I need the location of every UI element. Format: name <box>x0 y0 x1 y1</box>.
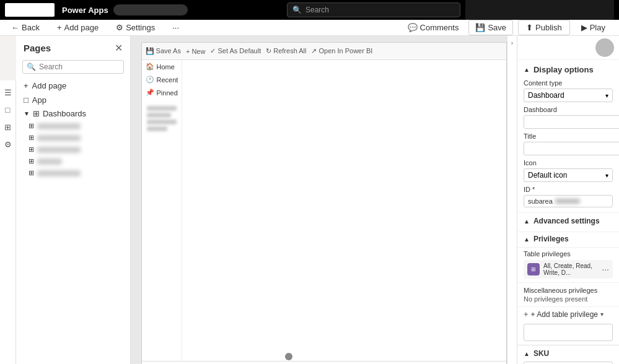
privilege-more-button[interactable]: ··· <box>602 264 609 274</box>
dashboard-child-2[interactable]: ⊞ <box>16 132 130 144</box>
set-as-default-button[interactable]: ✓ Set As Default <box>210 47 261 55</box>
dashboard-child-4[interactable]: ⊞ <box>16 155 130 167</box>
canvas-nav-pinned[interactable]: 📌 Pinned <box>142 86 182 99</box>
dashboard-child-3[interactable]: ⊞ <box>16 144 130 155</box>
sidebar-title: Pages <box>24 43 51 53</box>
chevron-down-icon: ▾ <box>600 311 604 318</box>
comments-button[interactable]: 💬 Comments <box>403 20 464 35</box>
table-privileges-section: Table privileges ⊞ All, Create, Read, Wr… <box>517 248 619 283</box>
sidebar-search-input[interactable] <box>39 63 120 71</box>
right-panel: ▲ Display options Content type Dashboard… <box>517 36 619 364</box>
display-options-header[interactable]: ▲ Display options <box>524 65 613 74</box>
dashboard-input[interactable] <box>524 115 619 129</box>
table-icon: ⊞ <box>29 122 34 130</box>
id-label-text: ID * <box>524 186 535 193</box>
back-icon: ← <box>11 23 19 32</box>
nav-settings-icon[interactable]: ⚙ <box>1 137 15 151</box>
canvas-left-nav: 🏠 Home 🕐 Recent 📌 Pinned <box>142 60 182 361</box>
add-page-label: Add page <box>64 23 99 32</box>
breadcrumb-blur <box>113 4 188 15</box>
sku-input[interactable] <box>524 362 613 364</box>
toolbar: ← Back + Add page ⚙ Settings ··· 💬 Comme… <box>0 20 619 36</box>
collapse-icon: ▲ <box>524 218 530 225</box>
sku-header[interactable]: ▲ SKU <box>524 349 613 358</box>
advanced-settings-header[interactable]: ▲ Advanced settings <box>524 217 613 225</box>
dashboards-icon: ⊞ <box>33 109 40 118</box>
canvas-area: 💾 Save As + New ✓ Set As Default ↻ Refre… <box>131 36 517 364</box>
sidebar-item-dashboards[interactable]: ▼ ⊞ Dashboards <box>16 107 130 120</box>
add-table-privilege-button[interactable]: + + Add table privilege ▾ <box>517 307 619 321</box>
close-icon[interactable]: ✕ <box>115 42 123 54</box>
global-search-bar[interactable]: 🔍 Search <box>287 2 460 17</box>
publish-button[interactable]: ⬆ Publish <box>518 20 570 35</box>
privileges-header[interactable]: ▲ Privileges <box>524 235 613 243</box>
dashboard-child-1-label <box>37 123 81 129</box>
id-blur <box>555 199 580 204</box>
title-label: Title <box>524 132 613 140</box>
open-in-power-bi-button[interactable]: ↗ Open In Power BI <box>311 47 372 55</box>
canvas-main-area <box>182 60 506 361</box>
play-button[interactable]: ▶ Play <box>575 20 612 35</box>
content-type-select[interactable]: Dashboard ▾ <box>524 89 613 102</box>
dashboards-label: Dashboards <box>43 109 86 118</box>
nav-data-icon[interactable]: ⊞ <box>1 120 15 134</box>
panel-toggle-arrow[interactable]: › <box>507 36 517 364</box>
no-privileges-text: No privileges present <box>524 295 613 303</box>
top-bar-right-area <box>465 0 614 20</box>
chevron-down-icon: ▾ <box>605 92 608 99</box>
search-icon: 🔍 <box>292 6 302 14</box>
sku-label: SKU <box>533 349 549 358</box>
pinned-icon: 📌 <box>146 89 154 97</box>
settings-button[interactable]: ⚙ Settings <box>112 20 159 35</box>
privilege-icon: ⊞ <box>527 263 540 275</box>
title-input-1[interactable] <box>524 142 619 155</box>
recent-label: Recent <box>157 76 178 84</box>
chevron-down-icon: ▾ <box>605 172 608 179</box>
app-icon: □ <box>24 95 29 105</box>
back-label: Back <box>22 23 40 32</box>
id-label: ID * <box>524 186 613 193</box>
settings-icon: ⚙ <box>116 23 123 32</box>
publish-label: Publish <box>535 23 562 32</box>
canvas-nav-home[interactable]: 🏠 Home <box>142 60 182 73</box>
icon-select[interactable]: Default icon ▾ <box>524 168 613 182</box>
chevron-right-icon: › <box>511 40 513 46</box>
pinned-label: Pinned <box>157 89 178 97</box>
add-page-button[interactable]: + Add page <box>53 20 102 35</box>
save-button[interactable]: 💾 Save <box>468 20 513 35</box>
search-placeholder: Search <box>305 6 329 14</box>
chevron-down-icon: ▼ <box>24 110 30 117</box>
back-button[interactable]: ← Back <box>7 20 43 35</box>
refresh-all-button[interactable]: ↻ Refresh All <box>266 47 306 55</box>
add-icon: + <box>24 81 29 90</box>
more-button[interactable]: ··· <box>169 20 183 35</box>
dashboard-child-4-label <box>37 158 62 165</box>
comments-icon: 💬 <box>408 23 418 32</box>
save-as-button[interactable]: 💾 Save As <box>146 47 181 55</box>
sidebar-search-bar[interactable]: 🔍 <box>22 60 124 74</box>
dashboard-child-5[interactable]: ⊞ <box>16 167 130 179</box>
icon-value: Default icon <box>528 171 567 180</box>
play-label: Play <box>590 23 605 32</box>
nav-pages-icon[interactable]: ☰ <box>1 85 15 99</box>
table-privileges-label: Table privileges <box>524 250 613 258</box>
canvas-nav-recent[interactable]: 🕐 Recent <box>142 73 182 86</box>
add-icon: + <box>524 310 529 319</box>
canvas-bottom-tabs: Organisational <box>142 361 506 364</box>
nav-components-icon[interactable]: □ <box>1 103 15 116</box>
sidebar-app-label: App <box>32 95 46 105</box>
settings-label: Settings <box>126 23 155 32</box>
play-icon: ▶ <box>581 23 587 32</box>
new-button[interactable]: + New <box>186 48 206 55</box>
advanced-settings-label: Advanced settings <box>533 217 600 225</box>
sidebar-add-page-button[interactable]: + Add page <box>16 79 130 93</box>
empty-input-box[interactable] <box>524 324 613 341</box>
collapse-icon: ▲ <box>524 66 530 73</box>
collapse-icon: ▲ <box>524 236 530 243</box>
add-page-label: Add page <box>32 81 67 90</box>
home-label: Home <box>157 63 175 71</box>
sidebar-item-app[interactable]: □ App <box>16 93 130 107</box>
comments-label: Comments <box>420 23 459 32</box>
table-privilege-text: All, Create, Read, Write, D... <box>543 262 598 276</box>
dashboard-child-1[interactable]: ⊞ <box>16 120 130 132</box>
